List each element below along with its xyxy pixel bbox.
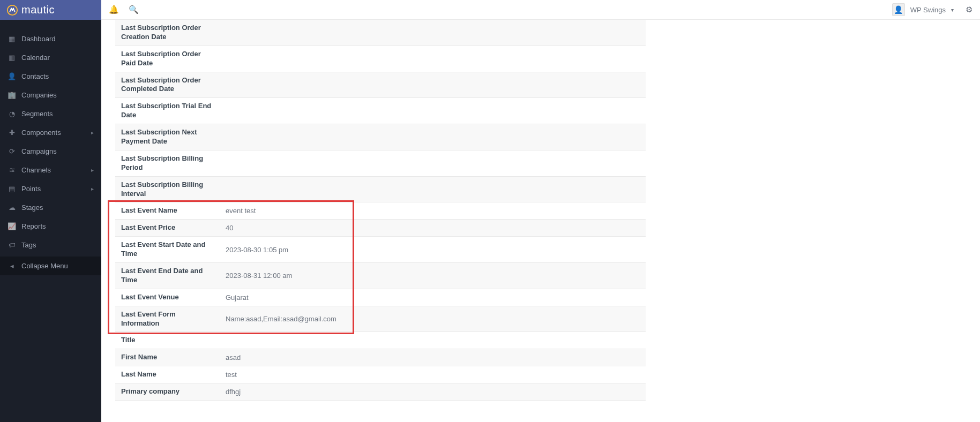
sidebar-item-label: Tags xyxy=(21,241,36,249)
brand-name: mautic xyxy=(21,4,55,16)
detail-label: Last Event End Date and Time xyxy=(115,263,220,289)
detail-row: Last Subscription Billing Interval xyxy=(115,176,646,202)
sidebar-item-label: Companies xyxy=(21,91,57,99)
detail-label: Last Name xyxy=(115,366,220,383)
detail-row: Primary companydfhgj xyxy=(115,383,646,401)
detail-value xyxy=(220,46,646,72)
user-name[interactable]: WP Swings xyxy=(910,6,946,14)
chevron-right-icon: ▸ xyxy=(91,130,94,135)
sidebar-item-label: Collapse Menu xyxy=(21,262,68,270)
detail-value xyxy=(220,176,646,202)
sidebar: mautic ▦Dashboard ▥Calendar 👤Contacts 🏢C… xyxy=(0,0,101,422)
search-icon[interactable]: 🔍 xyxy=(129,5,139,14)
detail-row: Last Subscription Next Payment Date xyxy=(115,124,646,150)
detail-value xyxy=(220,124,646,150)
detail-value xyxy=(220,98,646,124)
calendar-icon: ▥ xyxy=(8,54,16,62)
detail-value: test xyxy=(220,366,646,383)
chevron-right-icon: ▸ xyxy=(91,186,94,192)
detail-value: Gujarat xyxy=(220,289,646,306)
sidebar-item-label: Contacts xyxy=(21,72,49,80)
sidebar-item-collapse[interactable]: ◂Collapse Menu xyxy=(0,257,101,275)
sidebar-item-label: Calendar xyxy=(21,54,50,62)
detail-label: Last Event Form Information xyxy=(115,306,220,332)
companies-icon: 🏢 xyxy=(8,91,16,99)
detail-value xyxy=(220,150,646,176)
detail-value: dfhgj xyxy=(220,383,646,401)
segments-icon: ◔ xyxy=(8,110,16,118)
detail-label: Last Subscription Order Completed Date xyxy=(115,72,220,98)
sidebar-item-reports[interactable]: 📈Reports xyxy=(0,217,101,236)
sidebar-item-segments[interactable]: ◔Segments xyxy=(0,104,101,123)
sidebar-item-label: Components xyxy=(21,129,61,137)
campaigns-icon: ⟳ xyxy=(8,147,16,155)
detail-row: Last Event Nameevent test xyxy=(115,202,646,220)
detail-row: Last Subscription Billing Period xyxy=(115,150,646,176)
contact-details-table: Last Subscription Order Creation DateLas… xyxy=(115,20,646,401)
topbar: 🔔 🔍 👤 WP Swings ▾ ⚙ xyxy=(101,0,980,20)
sidebar-item-label: Reports xyxy=(21,222,46,230)
detail-row: Last Event Form InformationName:asad,Ema… xyxy=(115,306,646,332)
detail-label: Last Subscription Trial End Date xyxy=(115,98,220,124)
detail-value: 2023-08-30 1:05 pm xyxy=(220,237,646,263)
detail-label: Last Subscription Next Payment Date xyxy=(115,124,220,150)
stages-icon: ☁ xyxy=(8,204,16,212)
sidebar-item-label: Segments xyxy=(21,110,53,118)
detail-label: Last Subscription Billing Period xyxy=(115,150,220,176)
detail-label: Last Event Venue xyxy=(115,289,220,306)
detail-value xyxy=(220,332,646,349)
detail-row: Title xyxy=(115,332,646,349)
sidebar-item-label: Stages xyxy=(21,204,43,212)
detail-row: Last Event Start Date and Time2023-08-30… xyxy=(115,237,646,263)
detail-label: Last Subscription Order Paid Date xyxy=(115,46,220,72)
main-nav: ▦Dashboard ▥Calendar 👤Contacts 🏢Companie… xyxy=(0,20,101,275)
components-icon: ✚ xyxy=(8,129,16,137)
contacts-icon: 👤 xyxy=(8,72,16,80)
detail-row: Last Nametest xyxy=(115,366,646,383)
detail-value: 2023-08-31 12:00 am xyxy=(220,263,646,289)
reports-icon: 📈 xyxy=(8,222,16,230)
detail-row: Last Subscription Trial End Date xyxy=(115,98,646,124)
sidebar-item-campaigns[interactable]: ⟳Campaigns xyxy=(0,142,101,161)
detail-label: Last Subscription Order Creation Date xyxy=(115,20,220,46)
sidebar-item-label: Campaigns xyxy=(21,147,57,155)
detail-label: Last Event Price xyxy=(115,220,220,237)
detail-label: Primary company xyxy=(115,383,220,401)
sidebar-item-channels[interactable]: ≋Channels▸ xyxy=(0,161,101,179)
sidebar-item-label: Points xyxy=(21,185,41,193)
sidebar-item-tags[interactable]: 🏷Tags xyxy=(0,236,101,254)
detail-row: Last Event Price40 xyxy=(115,220,646,237)
mautic-logo-icon xyxy=(6,4,18,16)
sidebar-item-calendar[interactable]: ▥Calendar xyxy=(0,48,101,67)
logo-bar[interactable]: mautic xyxy=(0,0,101,20)
chevron-right-icon: ▸ xyxy=(91,167,94,173)
detail-value: event test xyxy=(220,202,646,220)
points-icon: ▤ xyxy=(8,185,16,193)
sidebar-item-companies[interactable]: 🏢Companies xyxy=(0,86,101,104)
channels-icon: ≋ xyxy=(8,166,16,174)
detail-label: Last Event Start Date and Time xyxy=(115,237,220,263)
user-menu-caret-icon[interactable]: ▾ xyxy=(951,7,954,13)
settings-gear-icon[interactable]: ⚙ xyxy=(966,5,972,14)
detail-row: Last Subscription Order Paid Date xyxy=(115,46,646,72)
detail-value: Name:asad,Email:asad@gmail.com xyxy=(220,306,646,332)
avatar[interactable]: 👤 xyxy=(892,3,905,16)
sidebar-item-label: Channels xyxy=(21,166,51,174)
notifications-icon[interactable]: 🔔 xyxy=(109,5,119,14)
detail-value: asad xyxy=(220,349,646,366)
collapse-icon: ◂ xyxy=(8,262,16,270)
main-area: 🔔 🔍 👤 WP Swings ▾ ⚙ Last Subscription Or… xyxy=(101,0,980,422)
detail-value xyxy=(220,20,646,46)
detail-label: First Name xyxy=(115,349,220,366)
sidebar-item-points[interactable]: ▤Points▸ xyxy=(0,179,101,198)
detail-row: First Nameasad xyxy=(115,349,646,366)
detail-row: Last Event End Date and Time2023-08-31 1… xyxy=(115,263,646,289)
sidebar-item-label: Dashboard xyxy=(21,35,56,43)
sidebar-item-components[interactable]: ✚Components▸ xyxy=(0,123,101,142)
detail-value xyxy=(220,72,646,98)
sidebar-item-stages[interactable]: ☁Stages xyxy=(0,198,101,217)
sidebar-item-dashboard[interactable]: ▦Dashboard xyxy=(0,29,101,48)
sidebar-item-contacts[interactable]: 👤Contacts xyxy=(0,67,101,86)
tags-icon: 🏷 xyxy=(8,241,16,249)
detail-label: Last Subscription Billing Interval xyxy=(115,176,220,202)
